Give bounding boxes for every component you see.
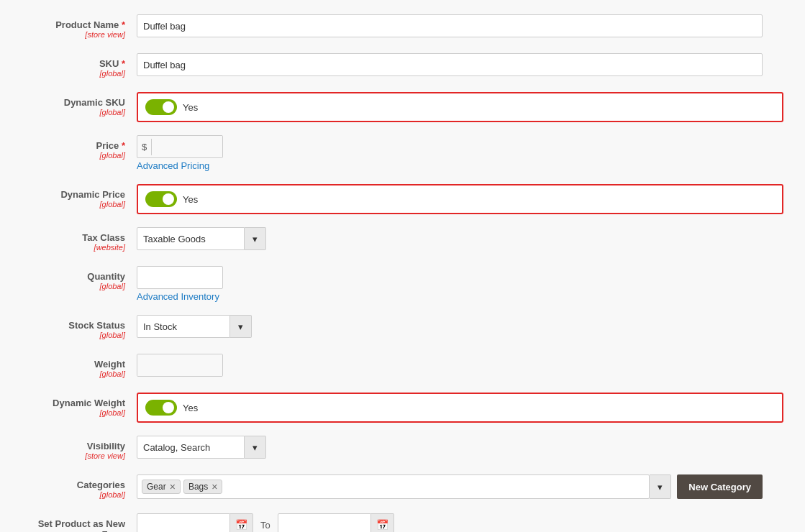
date-to-calendar-button[interactable]: 📅	[371, 513, 394, 532]
product-name-input[interactable]	[137, 14, 763, 37]
sku-field-col	[137, 53, 783, 76]
product-name-scope: [store view]	[22, 30, 125, 39]
categories-field-col: Gear × Bags × ▾ New Category	[137, 474, 783, 499]
dynamic-weight-row: Dynamic Weight [global] Yes	[22, 393, 783, 423]
dynamic-price-row: Dynamic Price [global] Yes	[22, 184, 783, 214]
price-input-wrapper: $	[137, 135, 223, 158]
categories-scope: [global]	[22, 490, 125, 499]
date-separator: To	[260, 520, 270, 531]
visibility-label-col: Visibility [store view]	[22, 436, 137, 460]
price-input[interactable]	[152, 136, 222, 157]
dynamic-sku-scope: [global]	[22, 108, 125, 116]
visibility-label: Visibility	[87, 441, 125, 451]
chevron-down-icon: ▾	[253, 234, 258, 244]
dynamic-price-slider	[145, 191, 177, 207]
weight-label: Weight	[94, 359, 125, 370]
weight-scope: [global]	[22, 370, 125, 378]
weight-label-col: Weight [global]	[22, 354, 137, 378]
quantity-label-col: Quantity [global]	[22, 266, 137, 290]
dynamic-weight-label-col: Dynamic Weight [global]	[22, 393, 137, 417]
calendar-icon: 📅	[376, 519, 388, 531]
dynamic-weight-toggle[interactable]	[145, 400, 177, 416]
dynamic-weight-toggle-label: Yes	[183, 403, 198, 413]
chevron-down-icon: ▾	[253, 442, 258, 453]
dynamic-price-toggle-label: Yes	[183, 194, 198, 205]
dynamic-price-field-col: Yes	[137, 184, 783, 214]
advanced-pricing-link[interactable]: Advanced Pricing	[137, 160, 783, 171]
price-label: Price	[96, 140, 125, 151]
set-product-new-from-row: Set Product as New From [website] 📅 To 📅	[22, 513, 783, 532]
category-tag-bags-label: Bags	[188, 482, 208, 492]
date-to-input[interactable]	[278, 513, 371, 532]
categories-label-col: Categories [global]	[22, 474, 137, 499]
tax-class-row: Tax Class [website] Taxable Goods None ▾	[22, 227, 783, 253]
product-name-label-col: Product Name [store view]	[22, 14, 137, 39]
category-tag-gear: Gear ×	[142, 480, 181, 494]
categories-input-wrapper: Gear × Bags ×	[137, 474, 650, 499]
dynamic-price-toggle[interactable]	[145, 191, 177, 207]
date-from-calendar-button[interactable]: 📅	[230, 513, 253, 532]
category-tag-gear-remove[interactable]: ×	[170, 482, 176, 492]
dynamic-sku-field-col: Yes	[137, 92, 783, 122]
date-from-input[interactable]	[137, 513, 230, 532]
categories-field: Gear × Bags × ▾ New Category	[137, 474, 763, 499]
price-symbol: $	[137, 139, 152, 155]
dynamic-weight-toggle-wrapper: Yes	[137, 393, 783, 423]
tax-class-dropdown-arrow[interactable]: ▾	[245, 227, 266, 250]
advanced-inventory-link[interactable]: Advanced Inventory	[137, 291, 783, 302]
visibility-scope: [store view]	[22, 451, 125, 460]
category-tag-bags-remove[interactable]: ×	[212, 482, 217, 492]
quantity-input[interactable]	[137, 266, 223, 289]
dynamic-price-scope: [global]	[22, 200, 125, 208]
weight-input-wrapper: lbs	[137, 354, 223, 377]
stock-status-label-col: Stock Status [global]	[22, 315, 137, 339]
date-row: 📅 To 📅	[137, 513, 783, 532]
price-scope: [global]	[22, 151, 125, 160]
weight-input[interactable]	[137, 354, 223, 376]
calendar-icon: 📅	[235, 519, 247, 531]
product-name-label: Product Name	[55, 19, 125, 30]
tax-class-select[interactable]: Taxable Goods None	[137, 227, 245, 250]
stock-status-select-wrapper: In Stock Out of Stock ▾	[137, 315, 783, 338]
product-name-field-col	[137, 14, 783, 37]
quantity-scope: [global]	[22, 282, 125, 290]
visibility-select-wrapper: Catalog, Search Catalog Search Not Visib…	[137, 436, 783, 459]
product-name-row: Product Name [store view]	[22, 14, 783, 40]
visibility-select[interactable]: Catalog, Search Catalog Search Not Visib…	[137, 436, 245, 459]
sku-scope: [global]	[22, 69, 125, 78]
dynamic-sku-slider	[145, 99, 177, 115]
chevron-down-icon: ▾	[238, 321, 243, 332]
tax-class-field-col: Taxable Goods None ▾	[137, 227, 783, 250]
tax-class-label-col: Tax Class [website]	[22, 227, 137, 252]
dynamic-sku-row: Dynamic SKU [global] Yes	[22, 92, 783, 122]
dynamic-sku-toggle-label: Yes	[183, 102, 198, 113]
visibility-dropdown-arrow[interactable]: ▾	[245, 436, 266, 459]
set-product-new-from-field-col: 📅 To 📅	[137, 513, 783, 532]
stock-status-dropdown-arrow[interactable]: ▾	[230, 315, 252, 338]
visibility-field-col: Catalog, Search Catalog Search Not Visib…	[137, 436, 783, 459]
dynamic-sku-label: Dynamic SKU	[64, 97, 125, 108]
new-category-button[interactable]: New Category	[677, 474, 763, 499]
categories-row: Categories [global] Gear × Bags × ▾ New …	[22, 474, 783, 500]
stock-status-scope: [global]	[22, 331, 125, 339]
quantity-field-col: Advanced Inventory	[137, 266, 783, 302]
tax-class-select-wrapper: Taxable Goods None ▾	[137, 227, 783, 250]
category-tag-gear-label: Gear	[147, 482, 166, 492]
price-label-col: Price [global]	[22, 135, 137, 160]
stock-status-select[interactable]: In Stock Out of Stock	[137, 315, 230, 338]
sku-label-col: SKU [global]	[22, 53, 137, 78]
set-product-new-from-label: Set Product as New From	[38, 518, 125, 532]
dynamic-weight-label: Dynamic Weight	[53, 398, 125, 408]
dynamic-price-label: Dynamic Price	[60, 189, 125, 200]
dynamic-sku-label-col: Dynamic SKU [global]	[22, 92, 137, 116]
weight-field-col: lbs	[137, 354, 783, 377]
price-row: Price [global] $ Advanced Pricing	[22, 135, 783, 171]
dynamic-weight-slider	[145, 400, 177, 416]
stock-status-label: Stock Status	[68, 320, 125, 331]
dynamic-sku-toggle[interactable]	[145, 99, 177, 115]
quantity-row: Quantity [global] Advanced Inventory	[22, 266, 783, 302]
tax-class-label: Tax Class	[82, 232, 125, 243]
sku-input[interactable]	[137, 53, 763, 76]
categories-dropdown-button[interactable]: ▾	[650, 474, 671, 499]
dynamic-price-label-col: Dynamic Price [global]	[22, 184, 137, 208]
